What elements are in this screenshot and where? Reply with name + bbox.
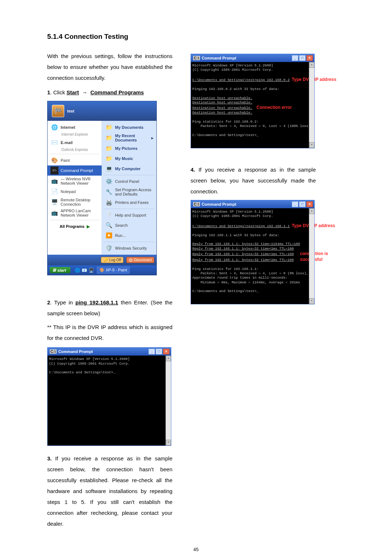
close-button[interactable]: × <box>306 55 313 61</box>
cmd-line: (C) Copyright 1985-2001 Microsoft Corp. <box>192 214 273 218</box>
internet-label: Internet <box>61 125 75 130</box>
start-label: start <box>57 268 66 272</box>
quick-launch: 🌐📧🖥️ <box>75 268 94 273</box>
start-menu-figure: 🏁 test 🌐Internet Internet Explorer ✉️E-m… <box>47 101 157 275</box>
cmd-body: Microsoft Windows XP [Version 5.1.2600] … <box>48 356 171 446</box>
printers-item[interactable]: 🖨️Printers and Faxes <box>102 197 156 208</box>
cmd-line: Destination host unreachable. <box>192 106 252 110</box>
ql-icon[interactable]: 📧 <box>82 268 87 273</box>
scroll-down-icon[interactable]: ▾ <box>166 440 171 446</box>
cmd-line: (C) Copyright 1985-2001 Microsoft Corp. <box>192 68 273 72</box>
email-item[interactable]: ✉️E-mail <box>48 138 102 148</box>
taskbar-app[interactable]: 🎨 XP-9 - Paint <box>97 267 130 274</box>
minimize-button[interactable]: _ <box>148 349 155 354</box>
folder-icon: 📁 <box>105 134 113 142</box>
step-3: 3. If you receive a response as in the s… <box>47 453 172 529</box>
cmd-line: Reply from 192.168.1.1: bytes=32 time<1m… <box>192 247 294 251</box>
ctrl-item[interactable]: ⚙️Control Panel <box>102 176 156 186</box>
email-sub: Outlook Express <box>48 147 102 153</box>
scrollbar[interactable]: ▴▾ <box>309 62 314 148</box>
computer-icon: 💻 <box>105 165 113 173</box>
recent-item[interactable]: 📁My Recent Documents ▸ <box>102 132 156 143</box>
command-prompt-item[interactable]: C:\Command Prompt <box>48 165 102 176</box>
logoff-icon: 🔑 <box>103 258 108 262</box>
cmd-line: Minimum = 0ms, Maximum = 1164ms, Average… <box>192 280 300 284</box>
mydocs-item[interactable]: 📁My Documents <box>102 122 156 132</box>
cmd-line: C:\Documents and Settings\test>_ <box>192 289 258 293</box>
ctrl-label: Control Panel <box>115 179 139 184</box>
maximize-button[interactable]: □ <box>156 349 162 354</box>
minimize-button[interactable]: _ <box>292 201 298 207</box>
cmd-body: Microsoft Windows XP [Version 5.1.2600] … <box>191 208 314 304</box>
all-programs-item[interactable]: All Programs ▶ <box>48 221 102 232</box>
paint-item[interactable]: 🎨Paint <box>48 155 102 165</box>
step-1-pre: . Click <box>50 89 66 95</box>
scrollbar[interactable]: ▴▾ <box>166 356 171 446</box>
notepad-item[interactable]: 📄Notepad <box>48 186 102 197</box>
scroll-up-icon[interactable]: ▴ <box>166 356 171 361</box>
cmd-line: (C) Copyright 1985-2001 Microsoft Corp. <box>49 362 130 366</box>
paint-task-icon: 🎨 <box>99 268 105 272</box>
start-menu-footer: 🔑Log Off ⏻Disconnect <box>48 255 156 265</box>
cmd-icon: C:\ <box>50 167 58 175</box>
appro-item[interactable]: 📺APPRO LanCam Network Viewer <box>48 208 102 218</box>
maximize-button[interactable]: □ <box>299 55 306 61</box>
nvr-icon: 📺 <box>50 177 58 185</box>
step-2-note: ** This IP is the DVR IP address which i… <box>47 322 172 344</box>
nvr-label: — Wireless NVR Network Viewer <box>61 177 99 185</box>
maximize-button[interactable]: □ <box>299 201 306 207</box>
run-item[interactable]: ▶️Run... <box>102 230 156 241</box>
triangle-icon: ▶ <box>87 224 90 229</box>
setprog-item[interactable]: 🔧Set Program Access and Defaults <box>102 186 156 197</box>
rdc-item[interactable]: 🖥️Remote Desktop Connection <box>48 197 102 208</box>
pics-item[interactable]: 📁My Pictures <box>102 143 156 153</box>
close-button[interactable]: × <box>163 349 170 354</box>
printers-label: Printers and Faxes <box>115 200 148 205</box>
scroll-up-icon[interactable]: ▴ <box>309 208 314 214</box>
internet-item[interactable]: 🌐Internet <box>48 122 102 132</box>
taskbar-app-label: XP-9 - Paint <box>106 268 127 272</box>
cmd-line: Destination host unreachable. <box>192 96 252 100</box>
user-name: test <box>67 109 74 113</box>
email-label: E-mail <box>61 140 73 145</box>
close-button[interactable]: × <box>306 201 313 207</box>
scrollbar[interactable]: ▴▾ <box>309 208 314 304</box>
start-button[interactable]: ⊞start <box>50 267 70 273</box>
help-item[interactable]: ❔Help and Support <box>102 210 156 220</box>
cmd-line: Destination host unreachable. <box>192 100 252 104</box>
logoff-button[interactable]: 🔑Log Off <box>101 257 124 263</box>
comp-label: My Computer <box>115 167 140 171</box>
scroll-down-icon[interactable]: ▾ <box>309 298 314 304</box>
scroll-down-icon[interactable]: ▾ <box>309 142 314 148</box>
cmd-title: Command Prompt <box>202 56 292 60</box>
minimize-button[interactable]: _ <box>292 55 298 61</box>
ping-command: ping 192.168.1.1 <box>75 299 118 305</box>
step-3-num: 3. <box>47 455 52 461</box>
winsec-item[interactable]: 🛡️Windows Security <box>102 243 156 253</box>
appro-icon: 📺 <box>50 209 58 217</box>
cmd-line: Pinging 192.168.1.1 with 32 bytes of dat… <box>192 233 279 237</box>
cmd-line: Packets: Sent = 4, Received = 4, Lost = … <box>192 271 308 275</box>
disconnect-button[interactable]: ⏻Disconnect <box>126 257 154 263</box>
scroll-up-icon[interactable]: ▴ <box>309 62 314 68</box>
programs-icon: 🔧 <box>105 188 113 196</box>
recent-label: My Recent Documents <box>115 134 149 142</box>
arrow-icon: → <box>82 87 87 98</box>
security-icon: 🛡️ <box>105 244 113 252</box>
music-item[interactable]: 📁My Music <box>102 153 156 164</box>
nvr-item[interactable]: 📺— Wireless NVR Network Viewer <box>48 176 102 186</box>
command-programs-link: Command Programs <box>90 89 144 95</box>
ql-icon[interactable]: 🖥️ <box>89 268 94 273</box>
control-panel-icon: ⚙️ <box>105 177 113 185</box>
folder-icon: 📁 <box>105 155 113 163</box>
right-column: C:\ Command Prompt _ □ × Microsoft Windo… <box>191 51 316 532</box>
help-icon: ❔ <box>105 211 113 219</box>
step-2: 2. Type in ping 192.168.1.1 then Enter. … <box>47 297 172 319</box>
cmd-window-1: C:\ Command Prompt _ □ × Microsoft Windo… <box>47 347 171 446</box>
search-item[interactable]: 🔍Search <box>102 220 156 230</box>
cmd-body: Microsoft Windows XP [Version 5.1.2600] … <box>191 62 314 148</box>
comp-item[interactable]: 💻My Computer <box>102 164 156 174</box>
setprog-label: Set Program Access and Defaults <box>115 188 154 196</box>
music-label: My Music <box>115 156 133 161</box>
ql-icon[interactable]: 🌐 <box>75 268 80 273</box>
